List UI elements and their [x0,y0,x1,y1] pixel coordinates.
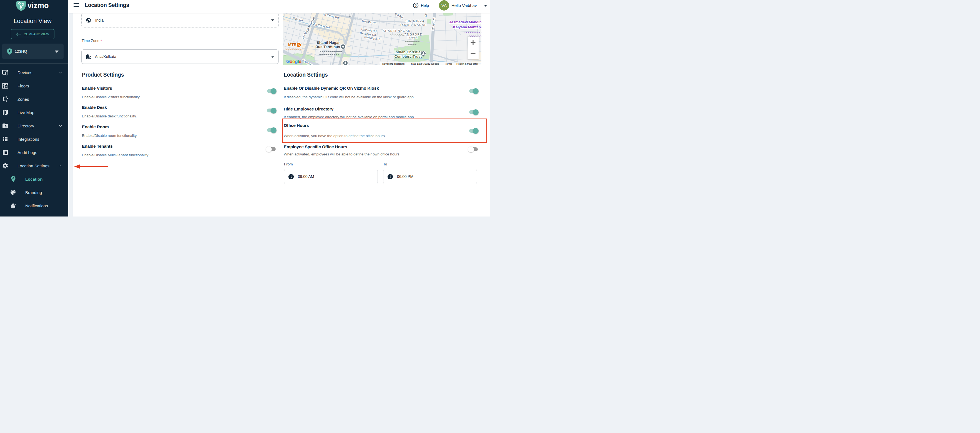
svg-text:MTR: MTR [288,43,296,47]
svg-text:Terms: Terms [445,62,452,65]
svg-text:?: ? [415,3,417,8]
svg-text:SIR MIRZA: SIR MIRZA [405,19,425,23]
svg-text:SHANTI NAGAR: SHANTI NAGAR [383,29,410,32]
svg-text:Google: Google [286,59,301,64]
svg-text:TOWN: TOWN [407,36,418,40]
svg-text:Keyboard shortcuts: Keyboard shortcuts [382,62,404,65]
svg-text:Cemetery Trust: Cemetery Trust [395,54,422,59]
svg-text:LANGFORD: LANGFORD [402,33,423,36]
svg-text:Bus Terminus: Bus Terminus [315,45,340,49]
svg-text:Report a map error: Report a map error [457,62,478,65]
svg-text:Kalyana Mantapa: Kalyana Mantapa [453,25,481,29]
svg-text:Shanti Nagar: Shanti Nagar [317,41,340,45]
svg-text:ISMAIL NAGAR: ISMAIL NAGAR [400,23,427,26]
svg-text:Map data ©2025 Google: Map data ©2025 Google [411,62,439,65]
svg-text:Jasmadevi Mandira: Jasmadevi Mandira [449,20,481,24]
svg-text:Indian Christian: Indian Christian [395,50,423,54]
